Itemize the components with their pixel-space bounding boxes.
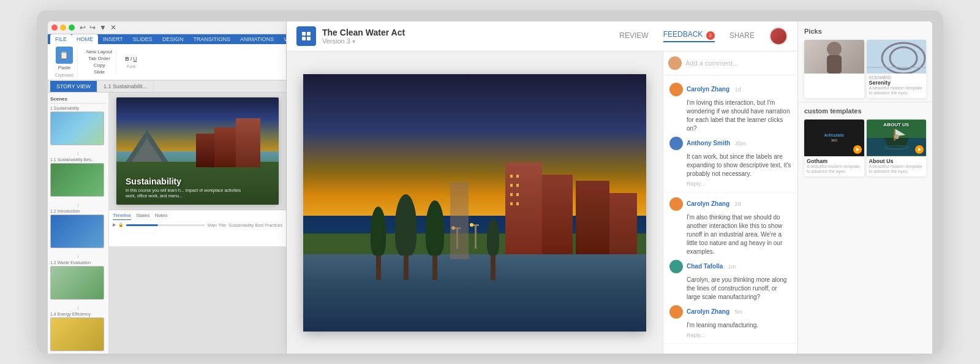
timeline-progress [126,224,158,226]
ribbon-tab-insert[interactable]: INSERT [98,34,128,44]
template-card-about-us[interactable]: ABOUT US About Us A beautiful modern tem… [867,119,927,176]
scene-1-4-thumbnail[interactable] [50,317,104,351]
slide-canvas[interactable]: Sustainability In this course you will l… [116,97,279,205]
traffic-lights [51,25,75,31]
gotham-thumb-text: Articulate 360 [824,132,844,143]
slide-main-view[interactable] [303,74,646,332]
ribbon-tab-transitions[interactable]: TRANSITIONS [188,34,235,44]
scene-item-1-4: 1.4 Energy Efficiency [50,312,106,351]
close-window-button[interactable] [51,25,58,31]
user-avatar[interactable] [769,27,788,45]
ribbon-tab-file[interactable]: FILE [50,34,72,44]
tree-trunk-3 [432,256,437,280]
commenter-avatar-chad [669,260,683,273]
maximize-window-button[interactable] [69,25,75,31]
template-card-gotham[interactable]: Articulate 360 Gotham A beaut [804,119,864,176]
commenter-name-chad[interactable]: Chad Tafolla [687,263,723,270]
gotham-play-button[interactable] [853,145,862,154]
svg-point-0 [827,42,842,56]
tree-top-1 [371,207,386,256]
tree-2 [395,194,417,280]
templates-grid: Articulate 360 Gotham A beaut [804,119,926,176]
save-icon[interactable]: ▼ [99,23,107,32]
version-chevron-icon[interactable]: ▾ [352,38,355,45]
ribbon-tab-design[interactable]: DESIGN [157,34,189,44]
pick-thumbnail-person [804,40,864,74]
nav-feedback[interactable]: FEEDBACK 2 [663,30,715,42]
underline-btn[interactable]: U [133,56,137,62]
scene-1-thumbnail[interactable] [50,112,104,145]
timeline-tab[interactable]: Timeline [113,213,131,220]
scene-1-2-thumb-img [51,215,104,248]
tab-order-btn[interactable]: Tab Order [88,56,110,61]
italic-btn[interactable]: I [130,56,132,62]
states-tab[interactable]: States [136,213,150,220]
ribbon-tab-view[interactable]: VIEW [279,34,287,44]
ribbon-group-slide: New Layout Tab Order Copy Slide [83,49,116,75]
reply-meta-chad: Chad Tafolla 1m [687,260,791,271]
scene-1-2-thumbnail[interactable] [50,214,104,248]
commenter-name-carolyn-2[interactable]: Carolyn Zhang [687,200,729,207]
ribbon-tabs: FILE HOME INSERT SLIDES DESIGN TRANSITIO… [48,34,286,44]
reply-time-1: 45m [736,140,747,146]
app-version: Version 3 ▾ [322,37,619,45]
new-layout-btn[interactable]: New Layout [86,49,112,55]
slide-label-btn: Slide [94,69,105,75]
tree-top-2 [395,194,417,256]
tree-top-3 [426,200,444,256]
comment-thread-2: Carolyn Zhang 2d I'm also thinking that … [663,192,797,344]
ribbon-tab-home[interactable]: HOME [72,34,98,44]
bold-btn[interactable]: B [125,56,129,62]
ribbon-tab-slides[interactable]: SLIDES [128,34,157,44]
reply-time-chad: 1m [728,264,736,270]
minimize-window-button[interactable] [60,25,66,31]
reply-body-carolyn-3: I'm leaning manufacturing. [687,321,791,330]
scene-item-1-2: 1.2 Introduction [50,209,106,248]
lock-icon[interactable]: 🔒 [118,222,124,227]
reply-btn-1[interactable]: Reply... [687,181,791,187]
svg-rect-1 [827,55,842,74]
tree-trunk-4 [491,256,496,280]
nav-share[interactable]: SHARE [729,31,755,41]
paste-button[interactable]: 📋 [56,47,73,64]
comment-input[interactable]: Add a comment... [685,59,793,67]
comment-meta-1: Carolyn Zhang 1d [687,83,791,94]
scenes-panel: Scenes 1 Sustainability ↓ 1.1 Sustainabi… [48,93,109,354]
undo-icon[interactable]: ↩ [80,23,86,32]
scene-1-1-thumbnail[interactable] [50,163,104,197]
scene-item-1-1: 1.1 Sustainability Bes... [50,157,106,197]
pick-card-serenity[interactable]: SCENARIO Serenity A beautiful modern tem… [867,40,927,98]
slide-subtitle-overlay: In this course you will learn h... impac… [126,188,248,199]
scene-1-3-thumbnail[interactable] [50,266,104,300]
commenter-name-carolyn-3[interactable]: Carolyn Zhang [687,308,729,315]
redo-icon[interactable]: ↪ [89,23,96,32]
app-title-area: The Clean Water Act Version 3 ▾ [322,28,619,45]
commenter-name-anthony[interactable]: Anthony Smith [687,140,730,146]
slide-title-overlay: Sustainability [126,176,181,186]
play-icon[interactable]: ▶ [113,222,116,227]
ribbon-tab-animations[interactable]: ANIMATIONS [235,34,279,44]
ribbon-bar: 📋 Paste Clipboard New Layout Tab Order C… [48,44,286,80]
commenter-avatar-anthony [669,137,683,150]
about-us-play-button[interactable] [915,145,924,154]
notes-tab[interactable]: Notes [155,213,168,220]
window-close-icon[interactable]: ✕ [110,23,116,32]
play-triangle-2-icon [918,148,921,151]
app-title: The Clean Water Act [322,28,619,37]
slide-view-tab[interactable]: 1.1 Sustainabilit... [97,81,154,92]
timeline-tabs: Timeline States Notes [113,213,282,220]
app-header: The Clean Water Act Version 3 ▾ REVIEW F… [287,21,797,51]
logo-grid [300,29,313,43]
story-view-tab[interactable]: STORY VIEW [50,81,97,92]
about-us-label-overlay: ABOUT US [869,122,924,127]
tree-top-4 [487,219,499,256]
templates-section: custom templates Articulate 360 [798,102,932,354]
nav-review[interactable]: REVIEW [619,31,648,41]
scene-1-4-thumb-img [51,318,104,351]
picks-section: Picks [798,21,932,102]
pick-card-person[interactable] [804,40,864,98]
ribbon-group-format: B I U Font [121,56,141,69]
reply-btn-2[interactable]: Reply... [687,332,791,338]
commenter-name-carolyn-1[interactable]: Carolyn Zhang [687,86,729,93]
copy-btn[interactable]: Copy [94,63,105,68]
